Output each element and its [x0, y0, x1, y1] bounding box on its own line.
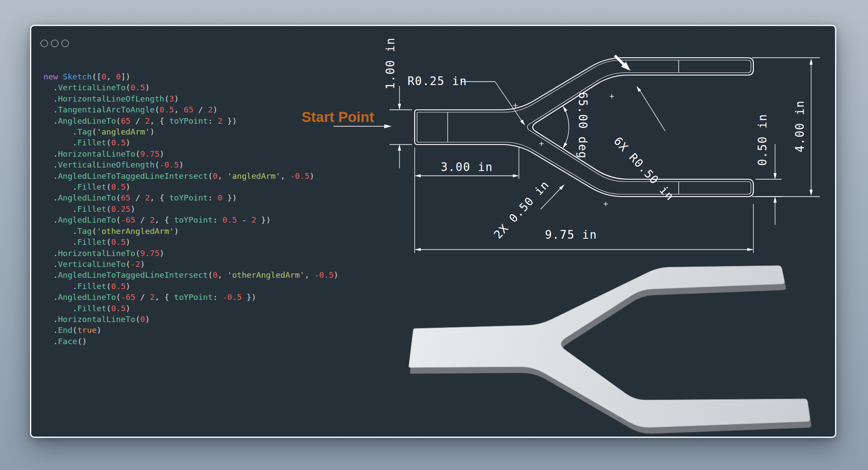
code-line: .Tag('angledArm') [43, 126, 338, 137]
window-control-minimize-icon[interactable] [51, 39, 59, 47]
code-line: .VerticalLineTo(0.5) [43, 82, 338, 93]
window-control-zoom-icon[interactable] [61, 39, 69, 47]
code-line: .Fillet(0.5) [43, 181, 338, 192]
code-line: .HorizontalLineTo(9.75) [43, 248, 338, 259]
window-control-close-icon[interactable] [40, 39, 48, 47]
code-line: .Fillet(0.5) [43, 237, 338, 247]
code-line: .AngledLineTo(-65 / 2, { toYPoint: 0.5 -… [43, 214, 338, 225]
code-line: .Fillet(0.25) [43, 204, 338, 214]
code-line: .HorizontalLineTo(0) [43, 314, 338, 325]
code-line: .TangentialArcToAngle(0.5, 65 / 2) [43, 104, 338, 115]
code-line: .HorizontalLineOfLength(3) [43, 93, 338, 104]
code-line: .HorizontalLineTo(9.75) [43, 148, 338, 159]
code-line: .Face() [43, 336, 338, 347]
code-line: .VerticalLineOfLength(-0.5) [43, 159, 338, 170]
window-controls [40, 39, 69, 47]
code-line: .AngledLineTo(65 / 2, { toYPoint: 2 }) [43, 115, 338, 126]
code-line: .Fillet(0.5) [43, 137, 338, 148]
app-window: new Sketch([0, 0]) .VerticalLineTo(0.5) … [30, 25, 836, 438]
code-line: .Fillet(0.5) [43, 303, 338, 314]
code-line: .AngledLineToTaggedLineIntersect(0, 'oth… [43, 270, 338, 280]
code-line: new Sketch([0, 0]) [43, 71, 338, 82]
code-line: .Tag('otherAngledArm') [43, 226, 338, 237]
code-line: .AngledLineToTaggedLineIntersect(0, 'ang… [43, 171, 338, 181]
code-line: .VerticalLineTo(-2) [43, 259, 338, 270]
code-line: .End(true) [43, 325, 338, 335]
code-line: .AngledLineTo(-65 / 2, { toYPoint: -0.5 … [43, 292, 338, 302]
code-editor[interactable]: new Sketch([0, 0]) .VerticalLineTo(0.5) … [43, 71, 338, 347]
code-line: .AngledLineTo(65 / 2, { toYPoint: 0 }) [43, 192, 338, 203]
desktop-background: { "window": { "controls": [ {"name": "cl… [0, 0, 868, 470]
code-line: .Fillet(0.5) [43, 281, 338, 292]
